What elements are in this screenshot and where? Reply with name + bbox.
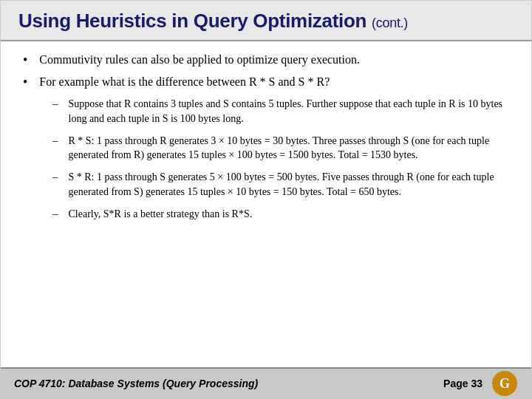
sub-item-2: – R * S: 1 pass through R generates 3 × … <box>52 134 509 163</box>
sub-item-4: – Clearly, S*R is a better strategy than… <box>52 207 509 222</box>
footer-right: Page 33 G <box>443 370 518 397</box>
footer-page: Page 33 <box>443 378 482 389</box>
footer-logo: G <box>491 370 518 397</box>
slide-footer: COP 4710: Database Systems (Query Proces… <box>1 367 531 398</box>
bullet-2: • For example what is the difference bet… <box>23 74 509 90</box>
sub-items-list: – Suppose that R contains 3 tuples and S… <box>52 97 509 222</box>
sub-item-3-text: S * R: 1 pass through S generates 5 × 10… <box>69 170 510 200</box>
slide-body: • Commutivity rules can also be applied … <box>1 41 531 367</box>
title-cont: (cont.) <box>372 16 408 30</box>
sub-item-4-text: Clearly, S*R is a better strategy than i… <box>69 207 253 222</box>
dash-4: – <box>52 208 58 220</box>
bullet-1-text: Commutivity rules can also be applied to… <box>39 52 360 68</box>
dash-2: – <box>52 134 58 147</box>
svg-text:G: G <box>499 376 510 391</box>
slide-header: Using Heuristics in Query Optimization (… <box>1 1 531 41</box>
sub-item-1: – Suppose that R contains 3 tuples and S… <box>52 97 509 126</box>
sub-item-1-text: Suppose that R contains 3 tuples and S c… <box>69 97 510 126</box>
dash-1: – <box>52 98 58 110</box>
slide-title: Using Heuristics in Query Optimization (… <box>18 10 514 33</box>
bullet-1: • Commutivity rules can also be applied … <box>23 52 509 68</box>
sub-item-2-text: R * S: 1 pass through R generates 3 × 10… <box>69 134 510 163</box>
title-text: Using Heuristics in Query Optimization <box>18 10 366 32</box>
bullet-dot-1: • <box>23 52 27 68</box>
slide: Using Heuristics in Query Optimization (… <box>0 0 532 399</box>
sub-item-3: – S * R: 1 pass through S generates 5 × … <box>52 170 509 200</box>
bullet-dot-2: • <box>23 75 27 90</box>
footer-course: COP 4710: Database Systems (Query Proces… <box>14 378 258 389</box>
dash-3: – <box>52 171 58 183</box>
bullet-2-text: For example what is the difference betwe… <box>39 74 330 90</box>
